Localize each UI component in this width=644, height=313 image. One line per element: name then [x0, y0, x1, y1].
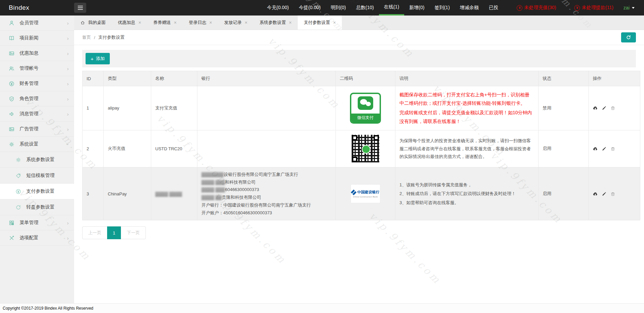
cell-id: 2 [83, 130, 104, 167]
chevron-right-icon: › [67, 112, 69, 117]
sidebar-item-promo-interest[interactable]: 优惠加息 › [0, 46, 74, 61]
cell-type: ChinaPay [104, 167, 151, 220]
sidebar-item-sms-templates[interactable]: 短信模板管理 [0, 168, 74, 184]
trash-icon[interactable] [610, 191, 615, 196]
sidebar-item-system-params[interactable]: 系统参数设置 [0, 152, 74, 168]
rotate-icon [15, 205, 21, 210]
col-header-name: 名称 [151, 71, 197, 86]
yen-coin-icon [9, 81, 14, 87]
wechat-pay-qr-image: 微信支付 [350, 93, 381, 124]
sidebar-item-payment-params[interactable]: 支付参数设置 [0, 184, 74, 199]
cell-name: 支付宝充值 [151, 86, 197, 130]
add-button[interactable]: + 添加 [86, 53, 110, 64]
pagination: 上一页 1 下一页 [82, 226, 146, 239]
user-icon [9, 20, 14, 26]
chevron-down-icon [632, 7, 635, 9]
cloud-upload-icon[interactable] [593, 146, 598, 151]
breadcrumb-separator: / [94, 35, 95, 40]
chevron-right-icon: › [67, 220, 69, 225]
sidebar-item-project-news[interactable]: 项目新闻 › [0, 31, 74, 46]
users-icon [9, 66, 14, 71]
chevron-right-icon: › [67, 96, 69, 101]
copyright-text: Copyright ©2017-2019 Bindex All Rights R… [3, 306, 93, 311]
sidebar-item-wheel-params[interactable]: 转盘参数设置 [0, 199, 74, 215]
stat-due-tomorrow[interactable]: 明到(0) [326, 0, 351, 15]
edit-pencil-icon[interactable] [602, 191, 607, 196]
sidebar-item-ads[interactable]: 广告管理 › [0, 122, 74, 137]
user-menu[interactable]: zai [618, 0, 644, 15]
plus-icon: + [91, 56, 94, 61]
tools-icon [9, 235, 14, 241]
stat-signin[interactable]: 签到(1) [429, 0, 455, 15]
close-icon[interactable]: × [333, 20, 336, 25]
gear-icon [15, 157, 21, 163]
tab-login-log[interactable]: 登录日志 × [183, 15, 218, 30]
sidebar-item-messages[interactable]: 消息管理 › [0, 106, 74, 122]
cell-status: 禁用 [539, 86, 589, 130]
close-icon[interactable]: × [138, 20, 141, 25]
grid-icon [9, 220, 14, 226]
col-header-status: 状态 [539, 71, 589, 86]
sidebar-item-admin-accounts[interactable]: 管理帐号 › [0, 61, 74, 76]
sidebar-item-finance[interactable]: 财务管理 › [0, 76, 74, 91]
chevron-right-icon: › [67, 21, 69, 26]
cell-bank: ▓▓▓▓▓▓▓设银行股份有限公司南宁五象广场支行 ▓▓▓▓ ▓▓▓和科技有限公司… [197, 167, 336, 220]
payment-methods-table: ID 类型 名称 银行 二维码 说明 状态 操作 1 alipay 支付宝充值 [82, 71, 640, 220]
pending-recharge-alert[interactable]: ¥ 未处理充值(30) [512, 0, 561, 15]
sidebar-item-menu-management[interactable]: 菜单管理 › [0, 215, 74, 230]
tab-payment-params[interactable]: 支付参数设置 × [298, 15, 342, 30]
stat-online[interactable]: 在线(1) [379, 0, 404, 15]
stat-total[interactable]: 总数(10) [351, 0, 379, 15]
chevron-right-icon: › [67, 127, 69, 132]
tab-my-desktop[interactable]: 我的桌面 [74, 15, 112, 30]
trash-icon[interactable] [610, 105, 615, 111]
pagination-prev-button[interactable]: 上一页 [82, 226, 107, 239]
stat-invested[interactable]: 已投 [484, 0, 503, 15]
content: + 添加 ID 类型 名称 银行 二维码 说明 状态 操作 [74, 45, 644, 239]
cloud-upload-icon[interactable] [593, 191, 598, 196]
tab-promo-interest[interactable]: 优惠加息 × [112, 15, 147, 30]
cloud-upload-icon[interactable] [593, 105, 598, 111]
wechat-logo-icon [358, 96, 373, 110]
sidebar-item-roles[interactable]: 角色管理 › [0, 91, 74, 106]
col-header-description: 说明 [395, 71, 539, 86]
shield-check-icon [9, 96, 14, 102]
breadcrumb: 首页 / 支付参数设置 [74, 30, 644, 45]
money-icon: ¥ [574, 5, 580, 11]
col-header-bank: 银行 [197, 71, 336, 86]
cell-qrcode [336, 130, 395, 167]
close-icon[interactable]: × [245, 20, 248, 25]
home-icon [80, 20, 85, 25]
close-icon[interactable]: × [174, 20, 176, 25]
tab-system-params[interactable]: 系统参数设置 × [254, 15, 298, 30]
pagination-next-button[interactable]: 下一页 [121, 226, 146, 239]
cell-name: ▓▓▓▓ ▓▓▓▓ [151, 167, 197, 220]
close-icon[interactable]: × [289, 20, 292, 25]
stat-today-recharge[interactable]: 今充(0.00) [262, 0, 294, 15]
refresh-icon [626, 35, 631, 40]
close-icon[interactable]: × [209, 20, 212, 25]
username: zai [623, 5, 630, 10]
sidebar-toggle-button[interactable] [74, 3, 86, 13]
chevron-right-icon: › [67, 236, 69, 241]
pending-withdraw-alert[interactable]: ¥ 未处理提款(11) [570, 0, 618, 15]
edit-pencil-icon[interactable] [602, 146, 607, 151]
tab-dispatch-records[interactable]: 发放记录 × [218, 15, 254, 30]
sidebar-item-members[interactable]: 会员管理 › [0, 15, 74, 31]
stat-today-withdraw[interactable]: 今提(0.00) [294, 0, 326, 15]
cell-id: 1 [83, 86, 104, 130]
edit-pencil-icon[interactable] [602, 105, 607, 111]
breadcrumb-home-link[interactable]: 首页 [82, 34, 91, 40]
ccb-bank-logo-image: 中国建设银行 China Construction Bank [351, 184, 380, 203]
refresh-button[interactable] [621, 32, 636, 42]
sidebar-item-system-settings[interactable]: 系统设置 › [0, 137, 74, 152]
trash-icon[interactable] [610, 146, 615, 151]
tab-coupon-gift[interactable]: 券券赠送 × [147, 15, 183, 30]
pagination-page-1[interactable]: 1 [107, 226, 121, 239]
stat-balance-adjust[interactable]: 增减余额 [455, 0, 484, 15]
sidebar-item-option-config[interactable]: 选项配置 › [0, 230, 74, 246]
chevron-down-icon: › [65, 144, 70, 145]
cell-bank [197, 86, 336, 130]
stat-new[interactable]: 新增(0) [404, 0, 429, 15]
image-icon [9, 51, 14, 56]
